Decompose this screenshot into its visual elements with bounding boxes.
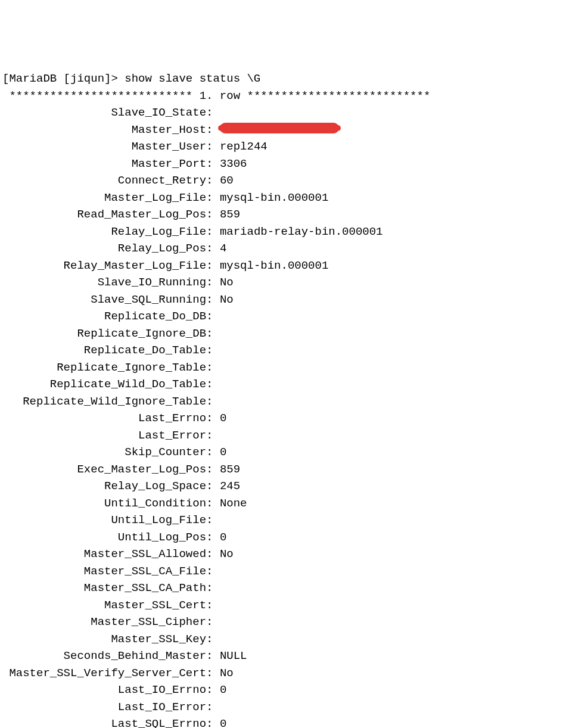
- status-row: Master_SSL_Verify_Server_Cert: No: [2, 665, 564, 682]
- colon-sep: :: [206, 225, 220, 238]
- field-value: NULL: [220, 649, 247, 662]
- field-label: Relay_Master_Log_File: [2, 259, 206, 272]
- row-separator: *************************** 1. row *****…: [2, 89, 430, 102]
- colon-sep: :: [206, 412, 220, 425]
- status-row: Relay_Log_Space: 245: [2, 478, 564, 495]
- field-value: 0: [220, 446, 226, 459]
- field-label: Replicate_Ignore_DB: [2, 327, 206, 340]
- field-value: No: [220, 547, 234, 561]
- status-fields: Slave_IO_State: Master_Host: Master_User…: [2, 104, 564, 728]
- status-row: Last_Error:: [2, 427, 564, 444]
- colon-sep: :: [206, 208, 220, 221]
- colon-sep: :: [206, 531, 220, 544]
- field-label: Last_IO_Errno: [2, 683, 206, 696]
- colon-sep: :: [206, 106, 220, 119]
- field-label: Last_SQL_Errno: [2, 717, 206, 728]
- field-label: Relay_Log_Pos: [2, 242, 206, 255]
- colon-sep: :: [206, 191, 220, 204]
- status-row: Replicate_Do_Table:: [2, 342, 564, 359]
- field-value: repl244: [220, 140, 268, 153]
- field-value: 245: [220, 480, 240, 493]
- colon-sep: :: [206, 480, 220, 493]
- field-label: Replicate_Do_DB: [2, 310, 206, 323]
- field-label: Until_Log_File: [2, 514, 206, 527]
- field-value: mysql-bin.000001: [220, 259, 328, 272]
- field-label: Replicate_Wild_Do_Table: [2, 378, 206, 391]
- status-row: Relay_Log_Pos: 4: [2, 240, 564, 257]
- status-row: Master_Log_File: mysql-bin.000001: [2, 189, 564, 207]
- colon-sep: :: [206, 581, 220, 595]
- status-row: Until_Condition: None: [2, 495, 564, 512]
- colon-sep: :: [206, 259, 220, 272]
- status-row: Replicate_Wild_Ignore_Table:: [2, 393, 564, 410]
- field-label: Master_Log_File: [2, 191, 206, 204]
- colon-sep: :: [206, 293, 220, 306]
- colon-sep: :: [206, 140, 220, 153]
- status-row: Last_SQL_Errno: 0: [2, 715, 564, 728]
- field-label: Master_SSL_Cert: [2, 599, 206, 612]
- colon-sep: :: [206, 701, 220, 714]
- colon-sep: :: [206, 717, 220, 728]
- colon-sep: :: [206, 276, 220, 289]
- status-row: Replicate_Do_DB:: [2, 308, 564, 325]
- status-row: Replicate_Ignore_DB:: [2, 325, 564, 343]
- field-value: mysql-bin.000001: [220, 191, 328, 204]
- status-row: Replicate_Ignore_Table:: [2, 359, 564, 377]
- field-value: No: [220, 667, 234, 680]
- field-label: Replicate_Do_Table: [2, 344, 206, 357]
- colon-sep: :: [206, 667, 220, 680]
- colon-sep: :: [206, 547, 220, 561]
- colon-sep: :: [206, 633, 220, 646]
- colon-sep: :: [206, 599, 220, 612]
- prompt-line: [MariaDB [jiqun]> show slave status \G: [2, 72, 260, 85]
- field-label: Slave_SQL_Running: [2, 293, 206, 306]
- field-label: Master_SSL_Allowed: [2, 547, 206, 561]
- status-row: Skip_Counter: 0: [2, 444, 564, 461]
- colon-sep: :: [206, 497, 220, 510]
- status-row: Master_SSL_CA_File:: [2, 563, 564, 580]
- field-label: Master_SSL_Key: [2, 633, 206, 646]
- status-row: Last_Errno: 0: [2, 410, 564, 427]
- field-value: No: [220, 293, 234, 306]
- field-label: Last_Errno: [2, 412, 206, 425]
- field-label: Master_SSL_Verify_Server_Cert: [2, 667, 206, 680]
- colon-sep: :: [206, 565, 220, 578]
- field-label: Connect_Retry: [2, 174, 206, 187]
- field-label: Until_Condition: [2, 497, 206, 510]
- colon-sep: :: [206, 683, 220, 696]
- status-row: Until_Log_Pos: 0: [2, 529, 564, 546]
- colon-sep: :: [206, 123, 220, 136]
- redacted-value: [220, 123, 339, 133]
- field-value: 859: [220, 463, 240, 476]
- field-value: 0: [220, 683, 226, 696]
- status-row: Slave_IO_Running: No: [2, 274, 564, 291]
- status-row: Slave_SQL_Running: No: [2, 291, 564, 309]
- colon-sep: :: [206, 514, 220, 527]
- colon-sep: :: [206, 157, 220, 170]
- status-row: Replicate_Wild_Do_Table:: [2, 376, 564, 393]
- colon-sep: :: [206, 649, 220, 662]
- status-row: Last_IO_Error:: [2, 699, 564, 716]
- status-row: Master_Host:: [2, 122, 564, 139]
- field-value: mariadb-relay-bin.000001: [220, 225, 383, 238]
- status-row: Master_SSL_CA_Path:: [2, 580, 564, 597]
- terminal-output: [MariaDB [jiqun]> show slave status \G *…: [2, 70, 564, 728]
- status-row: Until_Log_File:: [2, 512, 564, 529]
- colon-sep: :: [206, 395, 220, 408]
- field-label: Master_SSL_CA_File: [2, 565, 206, 578]
- field-value: None: [220, 497, 247, 510]
- status-row: Relay_Master_Log_File: mysql-bin.000001: [2, 257, 564, 275]
- status-row: Master_Port: 3306: [2, 155, 564, 173]
- status-row: Master_SSL_Allowed: No: [2, 546, 564, 563]
- colon-sep: :: [206, 378, 220, 391]
- field-label: Relay_Log_Space: [2, 480, 206, 493]
- status-row: Seconds_Behind_Master: NULL: [2, 648, 564, 665]
- status-row: Master_SSL_Cipher:: [2, 614, 564, 631]
- colon-sep: :: [206, 344, 220, 357]
- status-row: Master_SSL_Cert:: [2, 597, 564, 614]
- field-label: Slave_IO_State: [2, 106, 206, 119]
- field-label: Replicate_Ignore_Table: [2, 361, 206, 374]
- field-label: Skip_Counter: [2, 446, 206, 459]
- field-label: Seconds_Behind_Master: [2, 649, 206, 662]
- colon-sep: :: [206, 242, 220, 255]
